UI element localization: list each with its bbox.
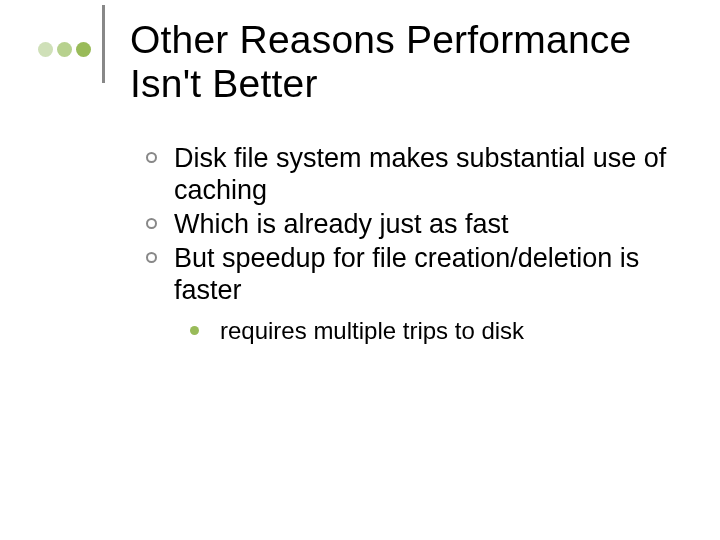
list-item: requires multiple trips to disk	[190, 317, 670, 346]
title-decoration	[38, 42, 95, 57]
page-title: Other Reasons Performance Isn't Better	[130, 18, 670, 105]
body: Disk file system makes substantial use o…	[146, 143, 670, 345]
dot-icon	[76, 42, 91, 57]
dot-icon	[38, 42, 53, 57]
sub-list: requires multiple trips to disk	[190, 317, 670, 346]
bullet-list: Disk file system makes substantial use o…	[146, 143, 670, 306]
slide: Other Reasons Performance Isn't Better D…	[0, 0, 720, 540]
list-item: Which is already just as fast	[146, 209, 670, 241]
divider-icon	[102, 5, 105, 83]
list-item: Disk file system makes substantial use o…	[146, 143, 670, 207]
dot-icon	[57, 42, 72, 57]
list-item: But speedup for file creation/deletion i…	[146, 243, 670, 307]
